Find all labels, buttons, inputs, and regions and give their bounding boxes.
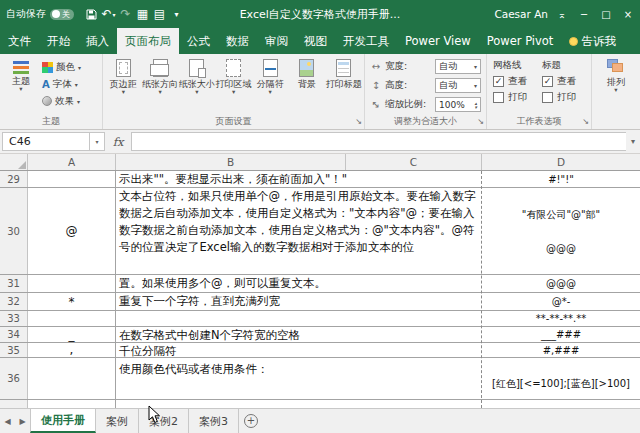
- cell-b36[interactable]: 使用颜色代码或者使用条件：: [116, 358, 482, 399]
- cell-d33[interactable]: **-**-**.**: [482, 311, 640, 326]
- cell-d31[interactable]: @@@: [482, 275, 640, 292]
- table-icon[interactable]: ▦: [135, 5, 150, 23]
- gridlines-print-checkbox[interactable]: 打印: [493, 91, 536, 104]
- cell-a30[interactable]: @: [28, 188, 116, 274]
- cell-a35[interactable]: ,: [28, 343, 116, 357]
- cell-d32[interactable]: @*-: [482, 293, 640, 310]
- cell-d-partial[interactable]: [482, 400, 640, 408]
- sheet-tab-case3[interactable]: 案例3: [189, 409, 239, 433]
- tab-tell-me[interactable]: 告诉我: [561, 28, 624, 54]
- sheet-nav-left-icon[interactable]: ◀: [0, 409, 15, 433]
- autosave-toggle[interactable]: 关: [50, 9, 74, 20]
- print-titles-button[interactable]: 打印标题: [325, 56, 362, 114]
- tab-power-pivot[interactable]: Power Pivot: [479, 28, 562, 54]
- cell-d36[interactable]: [红色][<=100];[蓝色][>100]: [482, 358, 640, 399]
- row-header-30[interactable]: 30: [0, 188, 28, 274]
- new-sheet-button[interactable]: +: [239, 409, 263, 433]
- tab-data[interactable]: 数据: [218, 28, 257, 54]
- undo-dropdown-icon[interactable]: ▾: [113, 11, 116, 18]
- cell-d35[interactable]: #,###: [482, 343, 640, 357]
- tab-insert[interactable]: 插入: [78, 28, 117, 54]
- customize-qat-icon[interactable]: ▾: [169, 5, 184, 23]
- fonts-button[interactable]: A字体▾: [40, 76, 83, 92]
- orientation-button[interactable]: 纸张方向▾: [142, 56, 179, 114]
- user-name[interactable]: Caesar An: [494, 8, 548, 20]
- gridlines-view-checkbox[interactable]: ✓查看: [493, 75, 536, 88]
- row-header-31[interactable]: 31: [0, 275, 28, 292]
- cell-b35[interactable]: 千位分隔符: [116, 343, 482, 357]
- cell-a31[interactable]: [28, 275, 116, 292]
- cell-b32[interactable]: 重复下一个字符，直到充满列宽: [116, 293, 482, 310]
- cell-a34[interactable]: _: [28, 327, 116, 342]
- page-setup-dialog-launcher-icon[interactable]: ↘: [355, 118, 362, 126]
- tab-page-layout[interactable]: 页面布局: [117, 28, 179, 54]
- row-header-32[interactable]: 32: [0, 293, 28, 310]
- name-box-dropdown-icon[interactable]: ▾: [90, 132, 105, 151]
- background-button[interactable]: 背景: [289, 56, 326, 114]
- column-header-d[interactable]: D: [482, 154, 640, 170]
- height-select[interactable]: 自动▾: [435, 78, 481, 93]
- tab-power-view[interactable]: Power View: [397, 28, 479, 54]
- size-button[interactable]: 纸张大小▾: [178, 56, 215, 114]
- cell-d30[interactable]: "有限公司"@"部" @@@: [482, 188, 640, 274]
- cell-a29[interactable]: [28, 171, 116, 187]
- cell-a-partial[interactable]: [28, 400, 116, 408]
- row-header-36[interactable]: 36: [0, 358, 28, 399]
- sheet-options-dialog-launcher-icon[interactable]: ↘: [582, 118, 589, 126]
- maximize-icon[interactable]: □: [598, 4, 614, 24]
- themes-button[interactable]: 主题 ▾: [2, 56, 40, 114]
- tab-view[interactable]: 视图: [296, 28, 335, 54]
- cell-a36[interactable]: [28, 358, 116, 399]
- scale-dialog-launcher-icon[interactable]: ↘: [477, 118, 484, 126]
- cell-b31[interactable]: 置。如果使用多个@，则可以重复文本。: [116, 275, 482, 292]
- insert-function-button[interactable]: fx: [105, 135, 131, 149]
- breaks-button[interactable]: 分隔符▾: [252, 56, 289, 114]
- stepper-icon[interactable]: ▴▾: [474, 101, 477, 109]
- redo-icon[interactable]: ↷: [118, 5, 133, 23]
- cell-d34[interactable]: ___###: [482, 327, 640, 342]
- cell-b33[interactable]: [116, 311, 482, 326]
- cell-a33[interactable]: [28, 311, 116, 326]
- undo-icon[interactable]: ↶▾: [101, 5, 116, 23]
- headings-print-checkbox[interactable]: 打印: [542, 91, 585, 104]
- sheet-nav-right-icon[interactable]: ▶: [15, 409, 30, 433]
- headings-view-checkbox[interactable]: ✓查看: [542, 75, 585, 88]
- column-header-b[interactable]: B: [116, 154, 346, 170]
- cell-b34[interactable]: 在数字格式中创建N个字符宽的空格: [116, 327, 482, 342]
- effects-button[interactable]: 效果▾: [40, 93, 83, 109]
- arrange-button[interactable]: 排列 ▾: [596, 56, 636, 114]
- width-select[interactable]: 自动▾: [435, 59, 481, 74]
- row-header-partial[interactable]: [0, 400, 28, 408]
- cell-b-partial[interactable]: [116, 400, 482, 408]
- tab-formulas[interactable]: 公式: [179, 28, 218, 54]
- cell-a32[interactable]: *: [28, 293, 116, 310]
- ribbon-display-options-icon[interactable]: ⌅: [554, 4, 570, 24]
- tab-developer[interactable]: 开发工具: [335, 28, 397, 54]
- tab-review[interactable]: 审阅: [257, 28, 296, 54]
- sheet-tab-case1[interactable]: 案例: [96, 409, 139, 433]
- formula-bar-expand-icon[interactable]: ▾: [626, 137, 640, 146]
- row-header-29[interactable]: 29: [0, 171, 28, 187]
- sheet-tab-case2[interactable]: 案例2: [139, 409, 189, 433]
- row-header-33[interactable]: 33: [0, 311, 28, 326]
- save-icon[interactable]: [84, 5, 99, 23]
- tab-file[interactable]: 文件: [0, 28, 39, 54]
- select-all-corner[interactable]: [0, 154, 28, 170]
- print-area-button[interactable]: 打印区域▾: [215, 56, 252, 114]
- borders-icon[interactable]: ▤: [152, 5, 167, 23]
- row-header-35[interactable]: 35: [0, 343, 28, 357]
- name-box[interactable]: C46: [2, 132, 90, 151]
- column-header-c[interactable]: C: [346, 154, 482, 170]
- formula-input[interactable]: [131, 132, 626, 151]
- cell-d29[interactable]: #!"!": [482, 171, 640, 187]
- scale-input[interactable]: 100%▴▾: [435, 97, 481, 112]
- close-icon[interactable]: ×: [620, 4, 636, 24]
- minimize-icon[interactable]: ─: [576, 4, 592, 24]
- cell-b29[interactable]: 示出来""。要想显示出来，须在前面加入"！": [116, 171, 482, 187]
- column-header-a[interactable]: A: [28, 154, 116, 170]
- cell-b30[interactable]: 文本占位符，如果只使用单个@，作用是引用原始文本。要在输入数字数据之后自动添加文…: [116, 188, 482, 274]
- margins-button[interactable]: 页边距▾: [105, 56, 142, 114]
- tab-home[interactable]: 开始: [39, 28, 78, 54]
- colors-button[interactable]: 颜色▾: [40, 59, 83, 75]
- row-header-34[interactable]: 34: [0, 327, 28, 342]
